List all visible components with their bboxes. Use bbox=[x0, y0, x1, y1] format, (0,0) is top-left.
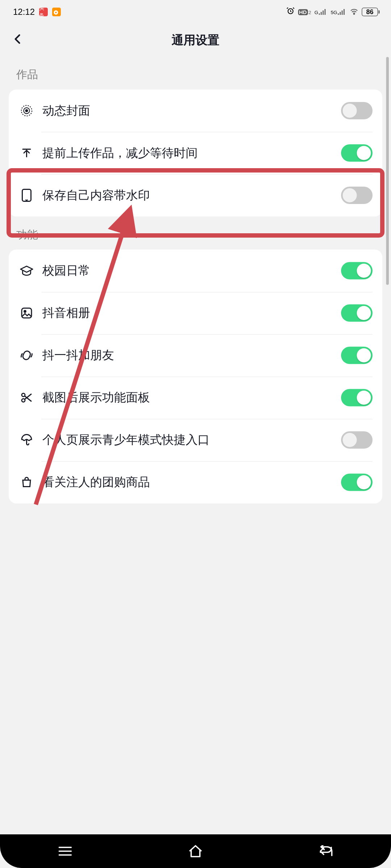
signal-g-icon: G bbox=[314, 9, 327, 15]
image-icon bbox=[18, 307, 35, 320]
row-dynamic-cover[interactable]: 动态封面 bbox=[9, 90, 382, 132]
row-follow-groupbuy[interactable]: 看关注人的团购商品 bbox=[9, 461, 382, 503]
upload-icon bbox=[18, 146, 35, 159]
row-campus[interactable]: 校园日常 bbox=[9, 250, 382, 292]
phone-icon bbox=[18, 188, 35, 203]
svg-point-1 bbox=[55, 12, 57, 13]
alarm-icon bbox=[286, 7, 295, 17]
status-left: 12:12 头条 bbox=[13, 7, 61, 17]
toggle-dynamic-cover[interactable] bbox=[341, 102, 373, 119]
row-teen-shortcut[interactable]: 个人页展示青少年模式快捷入口 bbox=[9, 419, 382, 461]
svg-rect-6 bbox=[324, 9, 325, 15]
row-label: 个人页展示青少年模式快捷入口 bbox=[42, 432, 341, 448]
umbrella-icon bbox=[18, 434, 35, 447]
row-save-watermark[interactable]: 保存自己内容带水印 bbox=[9, 174, 382, 217]
device-frame: 12:12 头条 HD 2 G 5G bbox=[0, 0, 391, 868]
row-label: 抖一抖加朋友 bbox=[42, 347, 341, 363]
toggle-album[interactable] bbox=[341, 305, 373, 322]
nav-back-button[interactable] bbox=[315, 841, 337, 862]
svg-rect-8 bbox=[340, 12, 341, 15]
section-card-works: 动态封面 提前上传作品，减少等待时间 bbox=[9, 90, 382, 217]
row-label: 抖音相册 bbox=[42, 305, 341, 321]
row-shake-friend[interactable]: 抖一抖加朋友 bbox=[9, 334, 382, 376]
row-label: 提前上传作品，减少等待时间 bbox=[42, 145, 341, 161]
nav-home-button[interactable] bbox=[185, 841, 206, 862]
signal-5g-icon: 5G bbox=[331, 9, 346, 15]
svg-point-11 bbox=[354, 14, 354, 14]
row-pre-upload[interactable]: 提前上传作品，减少等待时间 bbox=[9, 132, 382, 174]
section-title-works: 作品 bbox=[9, 56, 382, 90]
toggle-campus[interactable] bbox=[341, 262, 373, 280]
toutiao-badge-icon: 头条 bbox=[39, 8, 48, 16]
row-album[interactable]: 抖音相册 bbox=[9, 292, 382, 334]
graduation-icon bbox=[18, 265, 35, 277]
svg-point-14 bbox=[26, 110, 28, 112]
svg-rect-5 bbox=[323, 10, 324, 15]
svg-rect-10 bbox=[344, 9, 345, 15]
shake-icon bbox=[18, 348, 35, 362]
toggle-screenshot-panel[interactable] bbox=[341, 389, 373, 407]
svg-point-19 bbox=[22, 393, 25, 397]
row-screenshot-panel[interactable]: 截图后展示功能面板 bbox=[9, 376, 382, 419]
svg-rect-3 bbox=[319, 13, 320, 15]
svg-point-20 bbox=[22, 399, 25, 402]
status-time: 12:12 bbox=[13, 7, 35, 17]
svg-rect-16 bbox=[22, 308, 31, 318]
page-header: 通用设置 bbox=[0, 24, 391, 56]
section-title-features: 功能 bbox=[9, 217, 382, 250]
battery-indicator: 86 bbox=[362, 8, 378, 16]
status-right: HD 2 G 5G 86 bbox=[286, 7, 378, 17]
svg-rect-7 bbox=[338, 13, 339, 15]
scissors-icon bbox=[18, 391, 35, 404]
row-label: 校园日常 bbox=[42, 263, 341, 279]
section-card-features: 校园日常 抖音相册 抖一抖加朋友 bbox=[9, 250, 382, 503]
page-title: 通用设置 bbox=[172, 32, 219, 48]
system-nav-bar bbox=[0, 834, 391, 868]
scroll-indicator bbox=[386, 57, 389, 285]
toggle-teen-shortcut[interactable] bbox=[341, 431, 373, 449]
bag-icon bbox=[18, 476, 35, 489]
wifi-icon bbox=[350, 7, 358, 17]
svg-rect-15 bbox=[22, 190, 31, 201]
weibo-badge-icon bbox=[52, 8, 61, 16]
svg-rect-9 bbox=[342, 10, 343, 15]
row-label: 保存自己内容带水印 bbox=[42, 187, 341, 204]
back-button[interactable] bbox=[12, 33, 24, 47]
svg-rect-18 bbox=[22, 350, 31, 361]
toggle-follow-groupbuy[interactable] bbox=[341, 474, 373, 491]
svg-point-17 bbox=[24, 311, 26, 312]
toggle-shake-friend[interactable] bbox=[341, 347, 373, 364]
row-label: 截图后展示功能面板 bbox=[42, 390, 341, 406]
row-label: 看关注人的团购商品 bbox=[42, 474, 341, 490]
status-bar: 12:12 头条 HD 2 G 5G bbox=[0, 0, 391, 24]
svg-rect-4 bbox=[321, 12, 322, 15]
hd-badge-icon: HD 2 bbox=[298, 9, 311, 15]
settings-content: 作品 动态封面 提前上传作品，减少等待时间 bbox=[0, 56, 391, 503]
target-icon bbox=[18, 104, 35, 118]
toggle-pre-upload[interactable] bbox=[341, 144, 373, 162]
toggle-save-watermark[interactable] bbox=[341, 187, 373, 204]
row-label: 动态封面 bbox=[42, 103, 341, 119]
nav-recents-button[interactable] bbox=[54, 841, 76, 862]
